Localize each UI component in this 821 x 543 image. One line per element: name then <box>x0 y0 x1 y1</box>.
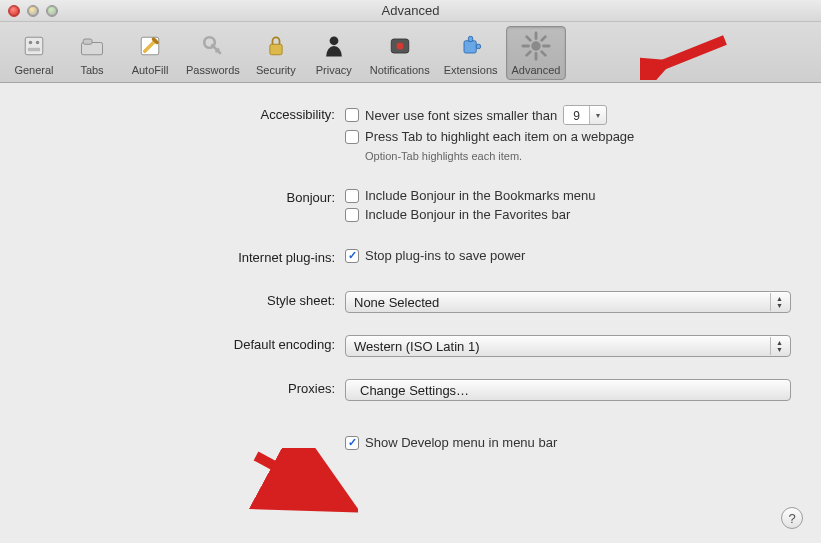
privacy-icon <box>318 30 350 62</box>
stylesheet-select[interactable]: None Selected ▲▼ <box>345 291 791 313</box>
tab-advanced-label: Advanced <box>512 64 561 76</box>
notifications-icon <box>384 30 416 62</box>
tabs-icon <box>76 30 108 62</box>
tab-general-label: General <box>14 64 53 76</box>
svg-rect-12 <box>464 41 476 53</box>
svg-rect-3 <box>28 48 40 52</box>
general-icon <box>18 30 50 62</box>
help-button[interactable]: ? <box>781 507 803 529</box>
select-arrows-icon: ▲▼ <box>770 293 788 311</box>
stylesheet-label: Style sheet: <box>30 291 345 308</box>
advanced-pane: Accessibility: Never use font sizes smal… <box>0 83 821 466</box>
tab-security-label: Security <box>256 64 296 76</box>
show-develop-text: Show Develop menu in menu bar <box>365 435 557 450</box>
svg-rect-0 <box>25 37 43 55</box>
svg-rect-14 <box>476 44 480 48</box>
tab-tabs[interactable]: Tabs <box>64 26 120 80</box>
encoding-row: Default encoding: Western (ISO Latin 1) … <box>30 335 791 357</box>
plugins-row: Internet plug-ins: Stop plug-ins to save… <box>30 248 791 265</box>
encoding-select[interactable]: Western (ISO Latin 1) ▲▼ <box>345 335 791 357</box>
accessibility-label: Accessibility: <box>30 105 345 122</box>
tab-privacy[interactable]: Privacy <box>306 26 362 80</box>
press-tab-text: Press Tab to highlight each item on a we… <box>365 129 634 144</box>
min-font-size-stepper[interactable]: 9 ▾ <box>563 105 607 125</box>
never-smaller-text: Never use font sizes smaller than <box>365 108 557 123</box>
tab-extensions[interactable]: Extensions <box>438 26 504 80</box>
svg-rect-13 <box>468 36 472 41</box>
tab-tabs-label: Tabs <box>80 64 103 76</box>
press-tab-checkbox[interactable] <box>345 130 359 144</box>
svg-rect-8 <box>270 44 282 55</box>
svg-point-15 <box>531 41 540 50</box>
proxies-row: Proxies: Change Settings… <box>30 379 791 401</box>
tab-privacy-label: Privacy <box>316 64 352 76</box>
security-icon <box>260 30 292 62</box>
tab-security[interactable]: Security <box>248 26 304 80</box>
svg-point-1 <box>29 41 33 45</box>
preferences-toolbar: General Tabs AutoFill Passwords Security… <box>0 22 821 83</box>
show-develop-checkbox[interactable] <box>345 436 359 450</box>
passwords-icon <box>197 30 229 62</box>
encoding-label: Default encoding: <box>30 335 345 352</box>
tab-general[interactable]: General <box>6 26 62 80</box>
titlebar: Advanced <box>0 0 821 22</box>
never-smaller-checkbox[interactable] <box>345 108 359 122</box>
tab-autofill-label: AutoFill <box>132 64 169 76</box>
svg-point-9 <box>329 36 338 45</box>
encoding-value: Western (ISO Latin 1) <box>354 339 479 354</box>
tab-passwords[interactable]: Passwords <box>180 26 246 80</box>
bonjour-favorites-checkbox[interactable] <box>345 208 359 222</box>
svg-point-11 <box>396 43 403 50</box>
plugins-label: Internet plug-ins: <box>30 248 345 265</box>
advanced-icon <box>520 30 552 62</box>
accessibility-row: Accessibility: Never use font sizes smal… <box>30 105 791 162</box>
tab-notifications-label: Notifications <box>370 64 430 76</box>
min-font-size-value: 9 <box>564 106 590 124</box>
stop-plugins-text: Stop plug-ins to save power <box>365 248 525 263</box>
stop-plugins-checkbox[interactable] <box>345 249 359 263</box>
tab-advanced[interactable]: Advanced <box>506 26 567 80</box>
extensions-icon <box>455 30 487 62</box>
develop-row: Show Develop menu in menu bar <box>30 435 791 450</box>
select-arrows-icon: ▲▼ <box>770 337 788 355</box>
svg-point-2 <box>36 41 40 45</box>
tab-extensions-label: Extensions <box>444 64 498 76</box>
proxies-label: Proxies: <box>30 379 345 396</box>
window-title: Advanced <box>0 3 821 18</box>
bonjour-bookmarks-text: Include Bonjour in the Bookmarks menu <box>365 188 596 203</box>
bonjour-favorites-text: Include Bonjour in the Favorites bar <box>365 207 570 222</box>
option-tab-hint: Option-Tab highlights each item. <box>365 150 791 162</box>
stylesheet-row: Style sheet: None Selected ▲▼ <box>30 291 791 313</box>
stylesheet-value: None Selected <box>354 295 439 310</box>
tab-passwords-label: Passwords <box>186 64 240 76</box>
bonjour-row: Bonjour: Include Bonjour in the Bookmark… <box>30 188 791 222</box>
change-settings-button[interactable]: Change Settings… <box>345 379 791 401</box>
svg-rect-5 <box>83 39 92 44</box>
stepper-button[interactable]: ▾ <box>590 106 606 124</box>
bonjour-label: Bonjour: <box>30 188 345 205</box>
bonjour-bookmarks-checkbox[interactable] <box>345 189 359 203</box>
tab-notifications[interactable]: Notifications <box>364 26 436 80</box>
autofill-icon <box>134 30 166 62</box>
tab-autofill[interactable]: AutoFill <box>122 26 178 80</box>
